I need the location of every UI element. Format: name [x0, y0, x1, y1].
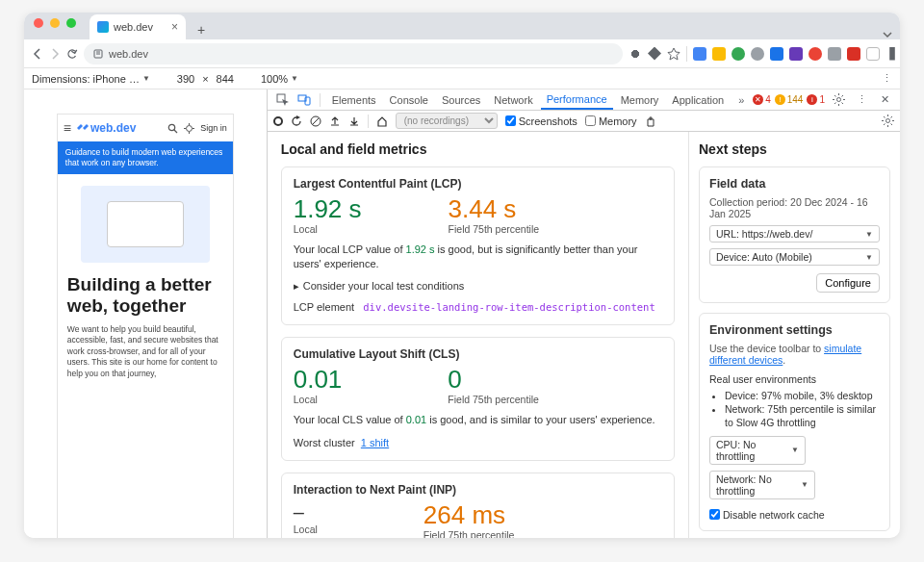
device-toolbar-menu-icon[interactable]: ⋮ [882, 72, 892, 85]
ext-7-icon[interactable] [808, 47, 822, 61]
upload-icon[interactable] [329, 115, 341, 127]
cls-worst-row: Worst cluster 1 shift [294, 436, 662, 450]
more-tabs-icon[interactable]: » [732, 94, 751, 106]
signin-link[interactable]: Sign in [200, 123, 227, 133]
viewport-width[interactable]: 390 [177, 73, 194, 85]
chevron-down-icon: ▼ [791, 446, 799, 454]
ext-1-icon[interactable] [693, 47, 706, 61]
tab-sources[interactable]: Sources [436, 89, 486, 110]
device-mode-icon[interactable] [295, 93, 314, 107]
network-throttle-select[interactable]: Network: No throttling▼ [709, 471, 815, 499]
site-logo[interactable]: web.dev [77, 121, 136, 135]
messages-badge[interactable]: i1 [807, 94, 825, 105]
inp-local-label: Local [294, 524, 318, 535]
divider [368, 115, 369, 128]
screenshots-checkbox[interactable]: Screenshots [505, 115, 578, 127]
window-zoom[interactable] [66, 18, 76, 28]
tab-close-icon[interactable]: × [171, 20, 178, 34]
lcp-disclosure[interactable]: ▸ Consider your local test conditions [294, 280, 662, 293]
tab-application[interactable]: Application [666, 89, 730, 110]
ext-5-icon[interactable] [770, 47, 783, 61]
url-text: web.dev [109, 48, 148, 60]
svg-point-8 [886, 119, 890, 123]
collection-period: Collection period: 20 Dec 2024 - 16 Jan … [709, 196, 880, 219]
search-icon[interactable] [167, 123, 178, 134]
device-select[interactable]: Device: Auto (Mobile)▼ [709, 248, 880, 266]
window-close[interactable] [34, 18, 43, 28]
browser-window: web.dev × + web.dev [24, 13, 900, 538]
cpu-throttle-select[interactable]: CPU: No throttling▼ [709, 436, 806, 465]
metrics-column: Local and field metrics Largest Contentf… [268, 132, 688, 538]
device-select[interactable]: Dimensions: iPhone … ▼ [32, 73, 150, 85]
clear-icon[interactable] [310, 115, 321, 127]
ext-11-icon[interactable] [886, 47, 899, 61]
ext-3-icon[interactable] [732, 47, 745, 61]
warnings-badge[interactable]: !144 [775, 94, 804, 105]
bookmark-icon[interactable] [667, 47, 680, 61]
cls-card: Cumulative Layout Shift (CLS) 0.01 Local… [281, 337, 675, 461]
errors-badge[interactable]: ✕4 [753, 94, 771, 105]
reload-button[interactable] [66, 48, 78, 60]
tab-network[interactable]: Network [488, 89, 538, 110]
ext-10-icon[interactable] [866, 47, 880, 61]
panel-settings-icon[interactable] [882, 115, 894, 127]
real-user-heading: Real user environments [709, 373, 880, 385]
next-steps-title: Next steps [699, 141, 890, 157]
back-button[interactable] [32, 48, 43, 60]
hero-body: We want to help you build beautiful, acc… [58, 317, 233, 379]
memory-checkbox[interactable]: Memory [585, 115, 637, 127]
url-select[interactable]: URL: https://web.dev/▼ [709, 225, 880, 243]
configure-button[interactable]: Configure [816, 273, 880, 293]
devtools-close-icon[interactable]: ✕ [875, 93, 894, 106]
download-icon[interactable] [348, 115, 360, 127]
ext-9-icon[interactable] [847, 47, 860, 61]
gc-icon[interactable] [645, 115, 656, 127]
install-icon[interactable] [629, 47, 642, 61]
tab-elements[interactable]: Elements [326, 89, 382, 110]
env-device-stat: Device: 97% mobile, 3% desktop [725, 389, 880, 402]
chevron-down-icon: ▼ [865, 253, 873, 262]
inp-card: Interaction to Next Paint (INP) – Local … [281, 473, 675, 538]
record-icon[interactable] [273, 116, 283, 126]
site-header: ≡ web.dev Sign in [58, 115, 233, 141]
settings-icon[interactable] [829, 93, 848, 106]
tab-console[interactable]: Console [384, 89, 434, 110]
lcp-description: Your local LCP value of 1.92 s is good, … [294, 243, 662, 272]
theme-icon[interactable] [184, 123, 194, 134]
zoom-select[interactable]: 100% ▼ [261, 73, 298, 85]
real-user-list: Device: 97% mobile, 3% desktop Network: … [709, 389, 880, 430]
browser-tab[interactable]: web.dev × [90, 14, 186, 39]
new-tab-button[interactable]: + [192, 20, 211, 39]
cls-title: Cumulative Layout Shift (CLS) [294, 347, 662, 361]
ext-8-icon[interactable] [828, 47, 841, 61]
window-minimize[interactable] [50, 18, 60, 28]
forward-button[interactable] [49, 48, 61, 60]
url-field[interactable]: web.dev [84, 43, 623, 64]
lcp-element-row: LCP element div.devsite-landing-row-item… [294, 300, 662, 315]
home-icon[interactable] [376, 115, 388, 127]
environment-card: Environment settings Use the device tool… [699, 313, 890, 531]
cls-worst-link[interactable]: 1 shift [361, 437, 389, 448]
chevron-down-icon: ▼ [291, 74, 298, 83]
ext-2-icon[interactable] [712, 47, 726, 61]
tab-memory[interactable]: Memory [615, 89, 665, 110]
disable-cache-checkbox[interactable]: Disable network cache [709, 509, 880, 521]
tabs-dropdown-icon[interactable] [883, 30, 900, 39]
lcp-element-link[interactable]: div.devsite-landing-row-item-description… [363, 301, 654, 313]
extensions-icon[interactable] [648, 47, 661, 61]
menu-icon[interactable]: ≡ [64, 120, 71, 136]
reload-record-icon[interactable] [291, 115, 302, 127]
site-info-icon[interactable] [93, 49, 103, 59]
ext-4-icon[interactable] [751, 47, 764, 61]
chevron-down-icon: ▼ [801, 480, 808, 489]
cls-local-label: Local [294, 394, 343, 405]
viewport-height[interactable]: 844 [217, 73, 234, 85]
inp-field-label: Field 75th percentile [424, 529, 515, 538]
inspect-icon[interactable] [273, 93, 293, 107]
page-content[interactable]: ≡ web.dev Sign in Guidance to build mode… [58, 115, 233, 538]
ext-6-icon[interactable] [789, 47, 803, 61]
tab-performance[interactable]: Performance [541, 89, 613, 110]
cls-local-value: 0.01 [294, 367, 343, 392]
recordings-select[interactable]: (no recordings) [396, 113, 498, 129]
devtools-menu-icon[interactable]: ⋮ [852, 93, 871, 106]
